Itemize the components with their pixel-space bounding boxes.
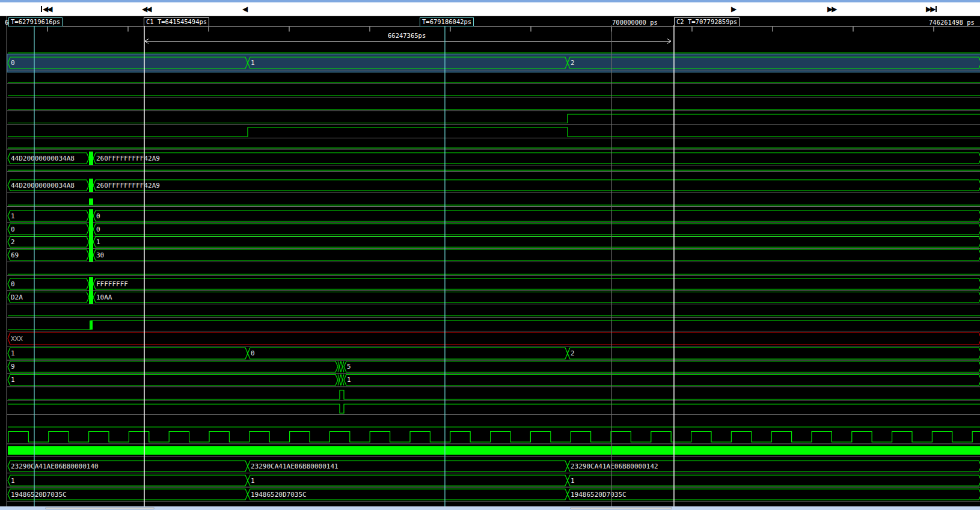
bus-value-label: 23290CA41AE06B80000142 xyxy=(571,462,658,470)
bus-value-label: 1 xyxy=(251,59,255,67)
transition-cluster xyxy=(89,291,93,304)
c2-marker-box[interactable]: C2 T=707792859ps xyxy=(674,17,740,26)
ruler-time-label: 700000000 ps xyxy=(612,19,658,26)
transition-cluster xyxy=(89,223,93,236)
glitch-bar xyxy=(89,198,93,205)
transition-cluster xyxy=(89,209,93,223)
bus-value-label: XXX xyxy=(11,335,23,343)
bus-value-label: 2 xyxy=(571,59,575,67)
bus-value-label: 1 xyxy=(571,477,575,485)
c1-marker-box[interactable]: C1 T=641545494ps xyxy=(144,17,209,26)
marker-delta-label: 66247365ps xyxy=(388,32,426,39)
bus-value-label: 0 xyxy=(96,226,100,233)
bus-value-label: 0 xyxy=(251,349,255,357)
bus-value-label: 0 xyxy=(96,212,100,220)
secondary-marker-box[interactable]: T=679186042ps xyxy=(420,17,474,26)
transition-cluster xyxy=(89,277,93,290)
bus-value-label: 1 xyxy=(11,349,15,357)
bus-value-label: 1 xyxy=(11,376,15,384)
bus-value-label: 23290CA41AE06B80000140 xyxy=(11,462,99,470)
horizontal-scrollbar[interactable] xyxy=(0,506,980,510)
bus-value-label: 0 xyxy=(11,59,15,67)
waveform-canvas[interactable]: 01244D20000000034A8260FFFFFFFFF42A944D20… xyxy=(0,0,980,510)
hscroll-thumb-right[interactable] xyxy=(570,507,672,509)
transition-cluster xyxy=(89,248,93,262)
bus-value-label: 0 xyxy=(11,280,15,288)
hscroll-thumb-left[interactable] xyxy=(45,507,155,509)
bus-value-label: D2A xyxy=(11,293,23,301)
primary-marker-box[interactable]: T=627919616ps xyxy=(8,17,63,26)
bus-value-label: FFFFFFFF xyxy=(96,280,128,288)
bus-value-label: 1 xyxy=(11,212,15,220)
bus-value-label: 19486520D7035C xyxy=(251,491,307,499)
bus-value-label: 5 xyxy=(347,363,351,370)
bus-value-label: 44D20000000034A8 xyxy=(11,155,75,162)
bus-value-label: 23290CA41AE06B80000141 xyxy=(251,462,338,470)
bus-value-label: 1 xyxy=(96,238,100,246)
bus-value-label: 0 xyxy=(11,226,15,233)
bus-value-label: 260FFFFFFFFF42A9 xyxy=(96,155,160,162)
waveform-row[interactable]: 012 xyxy=(7,54,980,72)
transition-cluster xyxy=(89,152,93,165)
bus-value-label: 260FFFFFFFFF42A9 xyxy=(96,182,160,189)
bus-value-label: 1 xyxy=(11,477,15,485)
bus-value-label: 10AA xyxy=(96,293,112,301)
bus-value-label: 2 xyxy=(11,238,15,246)
bus-value-label: 2 xyxy=(571,349,575,357)
bus-value-label: 1 xyxy=(251,477,255,485)
bus-value-label: 69 xyxy=(11,251,19,259)
bus-value-label: 9 xyxy=(11,363,15,370)
bus-value-label: 1 xyxy=(347,376,351,384)
transition-cluster xyxy=(89,179,93,192)
waveform-viewer-window: ◀◀ ◀◀ ◀ ▶ ▶▶ ▶▶ 01244D20000000034A8260FF… xyxy=(0,0,980,510)
bus-value-label: 30 xyxy=(96,251,104,259)
transition-cluster xyxy=(89,236,93,249)
bus-value-label: 19486520D7035C xyxy=(11,491,67,499)
bus-value-label: 19486520D7035C xyxy=(571,491,626,499)
filled-activity-band xyxy=(8,446,980,455)
max-time-label: 746261498 ps xyxy=(929,19,975,26)
bus-value-label: 44D20000000034A8 xyxy=(11,182,75,189)
